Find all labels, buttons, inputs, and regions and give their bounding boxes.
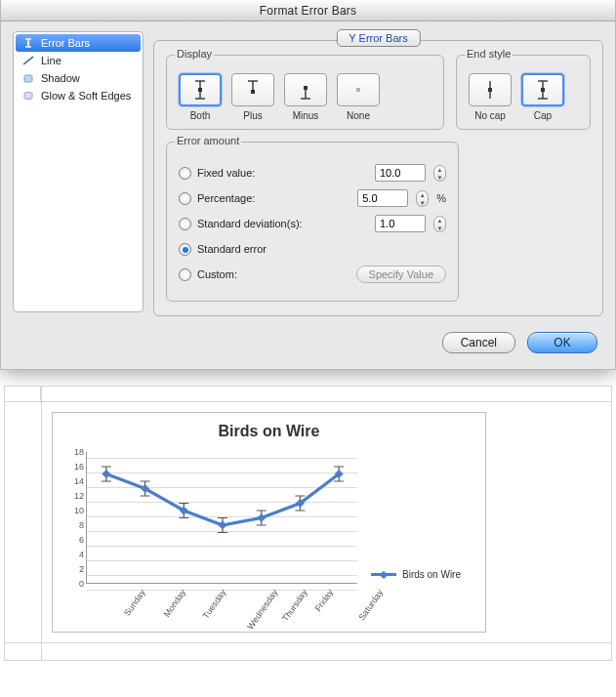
display-both-button[interactable] xyxy=(179,73,222,106)
fixed-value-input[interactable] xyxy=(375,164,426,182)
sidebar-item-label: Glow & Soft Edges xyxy=(41,90,131,102)
display-group-title: Display xyxy=(175,48,214,60)
end-style-cap-button[interactable] xyxy=(521,73,564,106)
chart-title: Birds on Wire xyxy=(61,423,477,440)
stderr-option[interactable]: Standard error xyxy=(179,243,446,256)
x-tick-label: Wednesday xyxy=(245,588,279,632)
custom-option[interactable]: Custom: xyxy=(179,268,349,281)
y-tick-label: 8 xyxy=(61,520,84,530)
fixed-value-option[interactable]: Fixed value: xyxy=(179,167,367,180)
percentage-input[interactable] xyxy=(357,189,408,207)
error-bars-icon xyxy=(21,37,35,49)
sidebar-item-glow[interactable]: Glow & Soft Edges xyxy=(16,87,141,104)
percentage-radio[interactable] xyxy=(179,192,191,205)
x-tick-label: Friday xyxy=(313,588,336,613)
y-tick-label: 2 xyxy=(61,564,84,574)
y-tick-label: 6 xyxy=(61,535,84,545)
stddev-stepper[interactable]: ▲▼ xyxy=(433,216,446,232)
custom-label: Custom: xyxy=(197,268,237,280)
ok-button[interactable]: OK xyxy=(527,332,597,353)
tab-y-error-bars[interactable]: Y Error Bars xyxy=(336,29,420,47)
display-option-label: Plus xyxy=(243,110,262,121)
x-tick-label: Tuesday xyxy=(201,588,228,621)
column-header[interactable] xyxy=(41,386,612,402)
plus-icon xyxy=(242,78,264,102)
svg-point-3 xyxy=(27,42,30,45)
stddev-label: Standard deviation(s): xyxy=(197,218,303,229)
percentage-option[interactable]: Percentage: xyxy=(179,192,349,205)
none-icon xyxy=(348,78,369,102)
x-tick-label: Monday xyxy=(161,588,187,619)
svg-rect-23 xyxy=(541,88,545,92)
stddev-radio[interactable] xyxy=(179,218,191,230)
spreadsheet-area: Birds on Wire 024681012141618 SundayMond… xyxy=(0,386,616,661)
sidebar-item-label: Line xyxy=(41,55,62,66)
row-header[interactable] xyxy=(5,643,42,660)
stddev-option[interactable]: Standard deviation(s): xyxy=(179,218,367,230)
stderr-label: Standard error xyxy=(197,243,267,255)
dialog-title: Format Error Bars xyxy=(1,0,615,21)
display-minus-button[interactable] xyxy=(284,73,327,106)
end-style-nocap-button[interactable] xyxy=(469,73,512,106)
x-tick-label: Sunday xyxy=(122,588,147,618)
svg-rect-16 xyxy=(304,86,308,90)
both-icon xyxy=(189,78,211,102)
sidebar-item-label: Shadow xyxy=(41,72,80,84)
chart-object[interactable]: Birds on Wire 024681012141618 SundayMond… xyxy=(52,412,486,633)
percentage-label: Percentage: xyxy=(197,192,255,204)
display-option-label: Minus xyxy=(293,110,319,121)
sidebar-item-label: Error Bars xyxy=(41,37,90,49)
svg-rect-5 xyxy=(24,75,32,82)
y-tick-label: 16 xyxy=(61,462,84,472)
y-tick-label: 10 xyxy=(61,506,84,515)
svg-rect-28 xyxy=(257,513,266,522)
svg-line-4 xyxy=(23,57,33,64)
fixed-value-label: Fixed value: xyxy=(197,167,255,179)
sidebar-item-shadow[interactable]: Shadow xyxy=(16,69,141,87)
sidebar-item-line[interactable]: Line xyxy=(16,52,141,69)
format-error-bars-dialog: Format Error Bars Error Bars Line Shadow… xyxy=(0,0,616,370)
error-amount-group: Error amount Fixed value: ▲▼ Percentage: xyxy=(166,142,459,302)
plot-area: 024681012141618 SundayMondayTuesdayWedne… xyxy=(61,446,363,622)
cap-icon xyxy=(532,78,554,102)
end-style-option-label: No cap xyxy=(474,110,506,121)
svg-rect-19 xyxy=(488,88,492,92)
nocap-icon xyxy=(479,78,501,102)
display-plus-button[interactable] xyxy=(231,73,274,106)
stddev-input[interactable] xyxy=(375,215,426,232)
stderr-radio[interactable] xyxy=(179,243,191,256)
glow-icon xyxy=(21,90,35,102)
svg-rect-13 xyxy=(251,90,255,94)
svg-rect-10 xyxy=(198,88,202,92)
legend-line-icon xyxy=(371,573,396,576)
fixed-value-radio[interactable] xyxy=(179,167,191,180)
svg-rect-6 xyxy=(24,93,32,100)
y-tick-label: 12 xyxy=(61,491,84,501)
display-none-button[interactable] xyxy=(337,73,380,106)
specify-value-button[interactable]: Specify Value xyxy=(356,266,446,283)
x-tick-label: Thursday xyxy=(280,588,309,623)
svg-rect-17 xyxy=(356,88,360,92)
main-panel-container: Y Error Bars Display Both xyxy=(153,31,603,316)
row-header[interactable] xyxy=(5,402,42,642)
fixed-value-stepper[interactable]: ▲▼ xyxy=(433,165,446,182)
y-tick-label: 4 xyxy=(61,550,84,559)
percent-sign: % xyxy=(436,192,446,204)
sidebar-item-error-bars[interactable]: Error Bars xyxy=(16,34,141,52)
y-tick-label: 18 xyxy=(61,447,84,457)
percentage-stepper[interactable]: ▲▼ xyxy=(416,190,429,207)
cell[interactable] xyxy=(42,643,611,660)
custom-radio[interactable] xyxy=(179,268,191,281)
error-amount-title: Error amount xyxy=(175,135,241,146)
minus-icon xyxy=(295,78,316,102)
corner-cell[interactable] xyxy=(4,386,41,402)
cancel-button[interactable]: Cancel xyxy=(442,332,515,353)
display-option-label: Both xyxy=(190,110,211,121)
svg-rect-27 xyxy=(218,520,226,529)
end-style-group: End style No cap xyxy=(456,55,591,130)
display-group: Display Both xyxy=(166,55,444,130)
shadow-icon xyxy=(21,72,35,84)
line-icon xyxy=(21,55,35,66)
end-style-option-label: Cap xyxy=(534,110,552,121)
end-style-group-title: End style xyxy=(465,48,513,60)
